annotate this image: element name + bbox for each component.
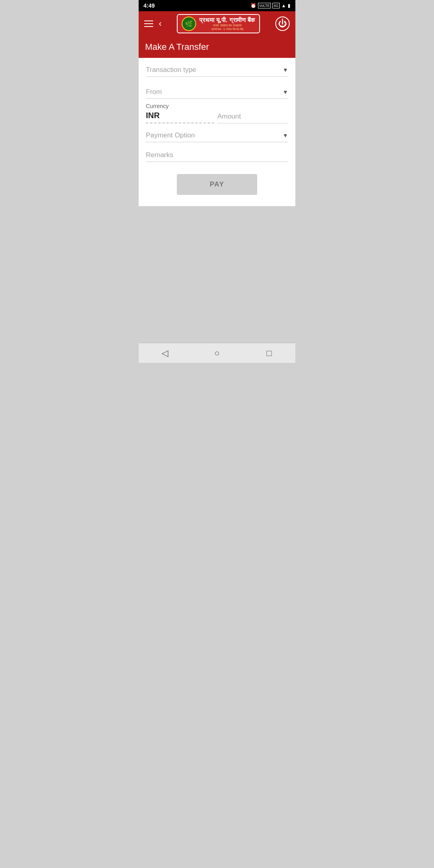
transaction-type-label: Transaction type <box>146 66 196 74</box>
amount-placeholder: Amount <box>217 113 241 120</box>
currency-amount-section: Currency INR Amount <box>146 103 288 123</box>
alarm-icon: ⏰ <box>250 3 256 8</box>
battery-icon: ▮ <box>288 3 291 8</box>
nav-left: ‹ <box>144 18 162 29</box>
payment-option-label: Payment Option <box>146 131 195 139</box>
page-title: Make A Transfer <box>145 42 289 52</box>
transaction-type-arrow-icon: ▼ <box>283 67 288 73</box>
status-bar: 4:49 ⏰ VoLTE 4G ▲ ▮ <box>139 0 295 11</box>
hamburger-line <box>144 26 153 27</box>
payment-option-dropdown[interactable]: Payment Option ▼ <box>146 131 288 142</box>
from-arrow-icon: ▼ <box>283 89 288 95</box>
field-spacer-1 <box>146 81 288 88</box>
remarks-placeholder: Remarks <box>146 151 173 159</box>
bank-emblem-icon: 🌿 <box>182 16 196 31</box>
back-nav-icon: ◁ <box>162 348 168 358</box>
background-gray-area <box>139 206 295 343</box>
pay-button[interactable]: PAY <box>177 174 257 195</box>
bank-subtitle-2: प्रायोजक - पं. पंजाब नेशनल बैंक <box>199 28 255 31</box>
hamburger-line <box>144 20 153 21</box>
power-icon-symbol: ⏻ <box>278 18 287 29</box>
transaction-type-dropdown[interactable]: Transaction type ▼ <box>146 66 288 77</box>
signal-icon: ▲ <box>281 3 286 8</box>
from-label: From <box>146 88 162 96</box>
from-dropdown[interactable]: From ▼ <box>146 88 288 99</box>
page-title-bar: Make A Transfer <box>139 36 295 58</box>
currency-label: Currency <box>146 103 288 109</box>
hamburger-line <box>144 23 153 24</box>
home-nav-icon: ○ <box>214 348 219 358</box>
back-nav-button[interactable]: ◁ <box>157 345 173 361</box>
bank-name-block: प्रथमा यू.पी. ग्रामीण बैंक भारत सरकार का… <box>199 16 255 31</box>
status-time: 4:49 <box>143 2 155 9</box>
recent-nav-button[interactable]: □ <box>261 345 277 361</box>
volte-indicator: VoLTE <box>258 3 271 8</box>
remarks-input[interactable]: Remarks <box>146 151 288 162</box>
currency-amount-row: INR Amount <box>146 111 288 123</box>
recent-nav-icon: □ <box>266 348 272 358</box>
power-button[interactable]: ⏻ <box>275 16 290 31</box>
nav-bar: ‹ 🌿 प्रथमा यू.पी. ग्रामीण बैंक भारत सरका… <box>139 11 295 36</box>
bank-subtitle-1: भारत सरकार का उपक्रम <box>199 24 255 28</box>
home-nav-button[interactable]: ○ <box>209 345 225 361</box>
emblem-symbol: 🌿 <box>185 20 193 28</box>
network-4g-icon: 4G <box>272 3 280 8</box>
status-icons: ⏰ VoLTE 4G ▲ ▮ <box>250 3 291 8</box>
bank-logo: 🌿 प्रथमा यू.पी. ग्रामीण बैंक भारत सरकार … <box>177 14 260 33</box>
currency-value: INR <box>146 111 214 123</box>
hamburger-menu-button[interactable] <box>144 20 153 27</box>
pay-button-wrap: PAY <box>146 174 288 195</box>
payment-option-arrow-icon: ▼ <box>283 132 288 139</box>
bank-name-hindi: प्रथमा यू.पी. ग्रामीण बैंक <box>199 16 255 24</box>
back-button[interactable]: ‹ <box>159 18 162 29</box>
bottom-navigation: ◁ ○ □ <box>139 343 295 363</box>
amount-input[interactable]: Amount <box>217 113 288 123</box>
form-card: Transaction type ▼ From ▼ Currency INR A… <box>139 58 295 206</box>
